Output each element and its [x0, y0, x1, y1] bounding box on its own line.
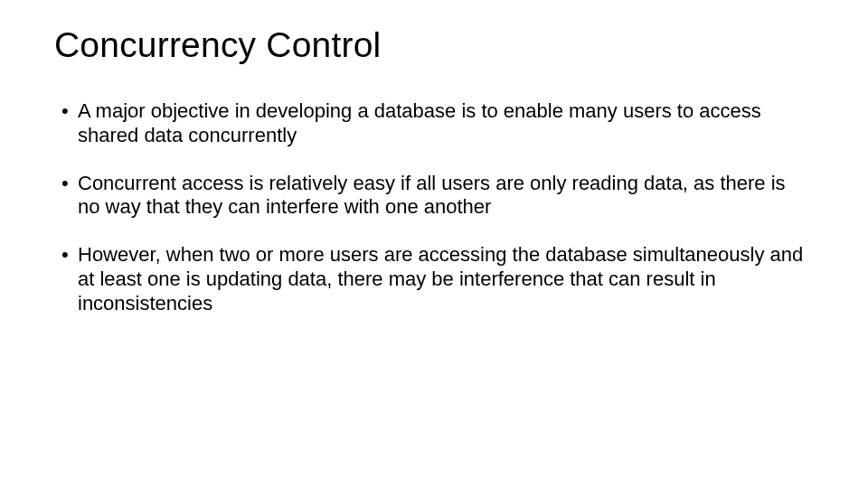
slide-title: Concurrency Control — [54, 25, 814, 65]
slide: Concurrency Control A major objective in… — [0, 0, 868, 488]
bullet-item: However, when two or more users are acce… — [60, 243, 808, 315]
bullet-item: A major objective in developing a databa… — [60, 99, 808, 148]
bullet-list: A major objective in developing a databa… — [54, 99, 814, 316]
bullet-item: Concurrent access is relatively easy if … — [60, 172, 808, 221]
